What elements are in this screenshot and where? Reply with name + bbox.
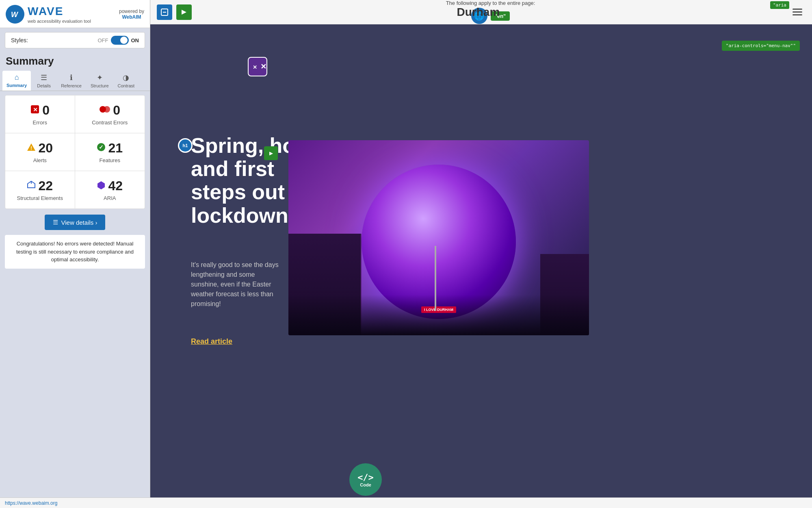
wave-logo-icon: W xyxy=(6,5,24,24)
page-nav-buttons xyxy=(157,4,192,20)
structural-cell: 22 Structural Elements xyxy=(5,171,75,208)
powered-by-label: powered by xyxy=(119,9,144,14)
reference-tab-icon: ℹ xyxy=(70,73,73,82)
tab-summary[interactable]: ⌂ Summary xyxy=(2,71,31,91)
structural-label: Structural Elements xyxy=(17,195,63,201)
wave-logo-text-group: WAVE web accessibility evaluation tool xyxy=(28,5,91,24)
contrast-tab-label: Contrast xyxy=(118,83,135,88)
svg-marker-14 xyxy=(182,10,186,15)
styles-bar: Styles: OFF ON xyxy=(5,32,145,48)
summary-grid: ✕ 0 Errors 0 Contrast Errors xyxy=(5,95,145,209)
errors-label: Errors xyxy=(33,119,47,126)
wave-logo: W WAVE web accessibility evaluation tool xyxy=(6,5,91,24)
styles-label: Styles: xyxy=(11,37,28,43)
code-button[interactable]: </> Code xyxy=(349,463,382,496)
tab-reference[interactable]: ℹ Reference xyxy=(57,71,86,91)
page-nav-icon-2[interactable] xyxy=(176,4,192,20)
aria-cell: 42 ARIA xyxy=(75,171,145,208)
page-nav-icon-1[interactable] xyxy=(157,4,172,20)
article-image: I LOVE DURHAM xyxy=(288,140,589,335)
tab-details[interactable]: ☰ Details xyxy=(32,71,56,91)
main-content: The following apply to the entire page: … xyxy=(150,0,812,508)
contrast-count: 0 xyxy=(99,103,120,118)
summary-tab-icon: ⌂ xyxy=(15,73,19,82)
contrast-icon xyxy=(99,106,110,115)
reference-tab-label: Reference xyxy=(61,83,82,88)
sidebar: W WAVE web accessibility evaluation tool… xyxy=(0,0,150,508)
styles-toggle[interactable]: OFF ON xyxy=(98,36,139,45)
svg-marker-11 xyxy=(97,181,105,189)
svg-text:✓: ✓ xyxy=(99,144,104,150)
styles-on-label: ON xyxy=(131,37,139,43)
wave-logo-subtitle: web accessibility evaluation tool xyxy=(28,19,91,24)
feature-icon: ✓ xyxy=(97,143,106,154)
code-button-label: Code xyxy=(360,482,371,487)
contrast-errors-cell: 0 Contrast Errors xyxy=(75,96,145,133)
features-cell: ✓ 21 Features xyxy=(75,133,145,171)
errors-count: ✕ 0 xyxy=(30,103,50,118)
green-square-badge xyxy=(264,146,278,160)
svg-point-5 xyxy=(104,106,110,113)
structural-icon xyxy=(27,180,36,191)
aria-label-tag: "aria xyxy=(770,1,789,9)
view-details-icon: ☰ xyxy=(53,219,58,226)
summary-tab-label: Summary xyxy=(6,83,27,88)
toggle-track[interactable] xyxy=(111,36,129,45)
menu-icon[interactable]: "aria xyxy=(789,5,806,19)
error-icon: ✕ xyxy=(30,104,40,117)
aria-label: ARIA xyxy=(104,195,116,201)
view-details-button[interactable]: ☰ View details › xyxy=(45,215,106,230)
details-tab-icon: ☰ xyxy=(41,73,47,82)
contrast-errors-label: Contrast Errors xyxy=(92,119,128,126)
aria-count: 42 xyxy=(97,178,123,193)
page-title: Durham xyxy=(457,6,500,18)
styles-off-label: OFF xyxy=(98,37,108,43)
ilove-durham-sign: I LOVE DURHAM xyxy=(421,306,456,313)
page-following-note: The following apply to the entire page: xyxy=(192,0,789,6)
svg-text:✕: ✕ xyxy=(253,65,257,70)
details-tab-label: Details xyxy=(37,83,51,88)
alerts-cell: ! 20 Alerts xyxy=(5,133,75,171)
summary-title: Summary xyxy=(0,52,150,67)
alerts-label: Alerts xyxy=(33,157,47,163)
wave-logo-text: WAVE xyxy=(28,5,91,18)
error-badge: ✕ xyxy=(248,57,267,76)
aria-icon xyxy=(97,180,106,191)
svg-text:✕: ✕ xyxy=(33,106,38,113)
page-title-area: Durham xyxy=(449,6,500,19)
structural-count: 22 xyxy=(27,178,53,193)
toggle-thumb xyxy=(120,37,128,44)
read-article-link[interactable]: Read article xyxy=(191,337,232,346)
webaim-link[interactable]: WebAIM xyxy=(122,14,141,20)
status-url: https://wave.webaim.org xyxy=(5,500,57,506)
alerts-count: ! 20 xyxy=(27,141,53,156)
alert-icon: ! xyxy=(27,143,36,154)
powered-by-section: powered by WebAIM xyxy=(119,9,144,20)
features-label: Features xyxy=(100,157,120,163)
crowd-area: I LOVE DURHAM xyxy=(288,295,589,335)
h1-badge: h1 xyxy=(178,138,193,153)
sidebar-header: W WAVE web accessibility evaluation tool… xyxy=(0,0,150,28)
page-info-bar: The following apply to the entire page: … xyxy=(150,0,812,24)
aria-tooltip: "aria-controls="menu-nav"" xyxy=(722,41,800,51)
status-bar: https://wave.webaim.org xyxy=(0,497,812,508)
svg-text:W: W xyxy=(11,11,19,19)
view-details-label: View details › xyxy=(61,219,97,226)
article-description: It's really good to see the days lengthe… xyxy=(191,260,284,309)
errors-cell: ✕ 0 Errors xyxy=(5,96,75,133)
code-icon: </> xyxy=(357,472,374,482)
nav-tabs: ⌂ Summary ☰ Details ℹ Reference ✦ Struct… xyxy=(0,67,150,91)
congratulations-text: Congratulations! No errors were detected… xyxy=(5,235,145,269)
tab-contrast[interactable]: ◑ Contrast xyxy=(114,71,139,91)
light-pole xyxy=(435,246,436,311)
structure-tab-label: Structure xyxy=(91,83,109,88)
tab-structure[interactable]: ✦ Structure xyxy=(87,71,113,91)
structure-tab-icon: ✦ xyxy=(97,73,103,82)
svg-text:!: ! xyxy=(30,145,32,151)
contrast-tab-icon: ◑ xyxy=(123,73,129,82)
page-preview: ✕ h1 Spring, hope and first steps out of… xyxy=(150,24,812,508)
features-count: ✓ 21 xyxy=(97,141,123,156)
